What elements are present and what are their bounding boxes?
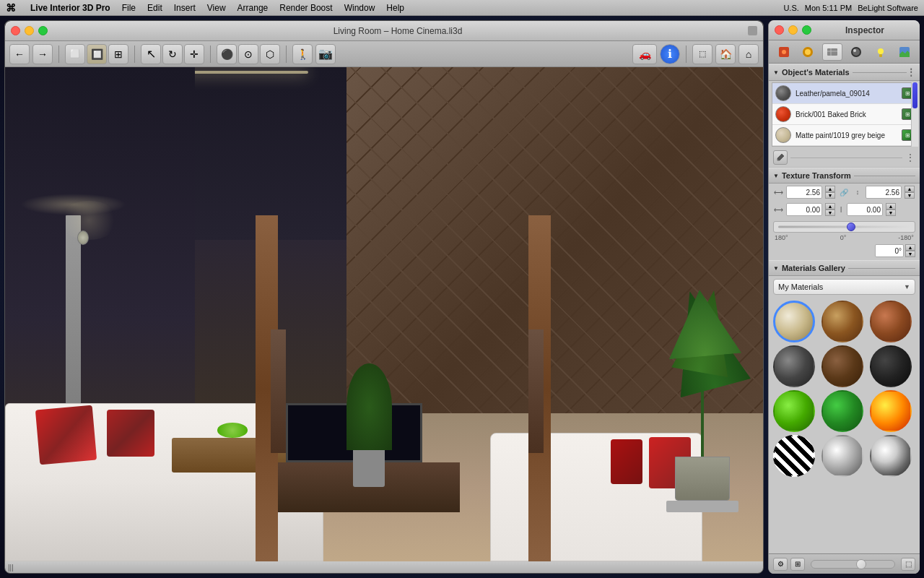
forward-button[interactable]: → (32, 44, 53, 64)
render-button[interactable]: ⬚ (692, 44, 712, 64)
viewport-scrollbar[interactable]: ||| (5, 561, 763, 573)
material-item-leather[interactable]: Leather/pamela_09014 ⊞ (772, 83, 916, 104)
gallery-ball-green2[interactable] (821, 390, 863, 432)
scale-x-up[interactable]: ▲ (825, 186, 835, 192)
toolbar-separator-2 (134, 46, 135, 63)
3d-view-button[interactable]: 🔲 (87, 44, 107, 64)
inspector-minimize[interactable] (788, 25, 798, 35)
scale-y-stepper[interactable]: ▲ ▼ (905, 186, 915, 199)
tab-lighting[interactable] (871, 43, 891, 61)
split-view-button[interactable]: ⊞ (108, 44, 128, 64)
offset-x-input[interactable]: 0.00 (786, 203, 822, 216)
scale-y-down[interactable]: ▼ (905, 192, 915, 199)
tab-scene[interactable] (894, 43, 915, 61)
gallery-ball-spots[interactable] (821, 435, 863, 477)
menu-render[interactable]: Render Boost (279, 3, 332, 13)
tab-object[interactable] (798, 43, 818, 61)
inspector-zoom-thumb[interactable] (856, 559, 866, 569)
inspector-close[interactable] (775, 25, 784, 35)
section-objects-materials[interactable]: ▼ Object's Materials ⋮ (769, 64, 920, 81)
menu-view[interactable]: View (207, 3, 226, 13)
rotation-down[interactable]: ▼ (905, 251, 915, 257)
inspector-settings-btn[interactable]: ⚙ (773, 558, 788, 571)
section-triangle-gallery: ▼ (773, 265, 779, 272)
menu-arrange[interactable]: Arrange (237, 3, 269, 13)
perspective-button[interactable]: ⌂ (738, 44, 759, 64)
gallery-ball-black[interactable] (870, 345, 912, 387)
rotation-slider-container[interactable] (773, 221, 915, 233)
inspector-view-btn[interactable]: ⬚ (901, 558, 915, 571)
inspector-zoom-slider[interactable] (811, 560, 895, 569)
rotation-stepper[interactable]: ▲ ▼ (905, 244, 915, 257)
gallery-ball-zebra[interactable] (773, 435, 815, 477)
3d-navigate-button[interactable]: 🚗 (632, 44, 657, 64)
menu-app[interactable]: Live Interior 3D Pro (30, 3, 110, 13)
home-view-button[interactable]: 🏠 (715, 44, 736, 64)
close-button[interactable] (11, 26, 20, 35)
scale-x-stepper[interactable]: ▲ ▼ (825, 186, 835, 199)
menu-edit[interactable]: Edit (147, 3, 162, 13)
inspector-maximize[interactable] (802, 25, 811, 35)
material-swatch-matte (775, 127, 791, 143)
section-materials-gallery[interactable]: ▼ Materials Gallery (769, 260, 920, 276)
rotation-thumb[interactable] (847, 223, 855, 231)
menu-help[interactable]: Help (386, 3, 404, 13)
gallery-ball-cream[interactable] (773, 301, 815, 342)
inspector-action-btn[interactable]: ⊞ (790, 558, 805, 571)
menu-insert[interactable]: Insert (174, 3, 196, 13)
menu-file[interactable]: File (122, 3, 136, 13)
apple-menu[interactable]: ⌘ (6, 2, 16, 14)
tab-properties[interactable] (774, 43, 794, 61)
material-item-brick[interactable]: Brick/001 Baked Brick ⊞ (772, 104, 916, 125)
viewport[interactable] (5, 67, 763, 561)
eyedropper-tool[interactable] (773, 150, 788, 165)
gallery-ball-wood[interactable] (821, 301, 863, 342)
gallery-ball-green[interactable] (773, 390, 815, 432)
gallery-ball-chrome[interactable] (870, 435, 912, 477)
offset-y-up[interactable]: ▲ (886, 203, 896, 210)
materials-scrollbar[interactable] (911, 82, 918, 147)
svg-point-8 (853, 48, 860, 56)
window-resize-handle[interactable] (748, 26, 757, 35)
shape-group: ⚫ ⊙ ⬡ (217, 44, 280, 64)
material-item-matte[interactable]: Matte paint/1019 grey beige ⊞ (772, 125, 916, 146)
rotation-value-input[interactable]: 0° (875, 244, 904, 257)
maximize-button[interactable] (38, 26, 48, 35)
gallery-ball-wood-dark[interactable] (821, 345, 863, 387)
circle-tool[interactable]: ⚫ (217, 44, 237, 64)
svg-rect-4 (827, 48, 837, 56)
offset-x-up[interactable]: ▲ (825, 203, 835, 210)
leaf-3 (654, 286, 751, 361)
walk-tool[interactable]: 🚶 (292, 44, 313, 64)
gallery-ball-metal-dark[interactable] (773, 345, 815, 387)
camera-button[interactable]: 📷 (315, 44, 336, 64)
rect-tool[interactable]: ⬡ (260, 44, 280, 64)
scale-x-input[interactable]: 2.56 (786, 186, 822, 199)
info-button[interactable]: ℹ (660, 44, 680, 64)
link-icon[interactable]: 🔗 (838, 186, 850, 198)
menu-window[interactable]: Window (344, 3, 375, 13)
tab-render[interactable] (846, 43, 866, 61)
offset-y-down[interactable]: ▼ (886, 210, 896, 216)
scale-y-input[interactable]: 2.56 (866, 186, 902, 199)
offset-x-stepper[interactable]: ▲ ▼ (825, 203, 835, 216)
offset-y-stepper[interactable]: ▲ ▼ (886, 203, 896, 216)
offset-y-input[interactable]: 0.00 (847, 203, 883, 216)
gallery-ball-brick[interactable] (870, 301, 912, 342)
offset-x-down[interactable]: ▼ (825, 210, 835, 216)
scale-x-down[interactable]: ▼ (825, 192, 835, 199)
tab-materials[interactable] (822, 43, 842, 61)
gallery-dropdown[interactable]: My Materials ▼ (773, 279, 915, 295)
materials-list: Leather/pamela_09014 ⊞ Brick/001 Baked B… (772, 82, 917, 147)
scale-y-up[interactable]: ▲ (905, 186, 915, 192)
rotation-up[interactable]: ▲ (905, 244, 915, 251)
minimize-button[interactable] (25, 26, 34, 35)
rotate-tool[interactable]: ↻ (162, 44, 183, 64)
section-texture-transform[interactable]: ▼ Texture Transform (769, 168, 920, 184)
floor-plan-button[interactable]: ⬜ (65, 44, 85, 64)
torus-tool[interactable]: ⊙ (238, 44, 258, 64)
back-button[interactable]: ← (9, 44, 30, 64)
select-tool[interactable]: ↖ (141, 44, 161, 64)
gallery-ball-fire[interactable] (870, 390, 912, 432)
move-tool[interactable]: ✛ (184, 44, 204, 64)
